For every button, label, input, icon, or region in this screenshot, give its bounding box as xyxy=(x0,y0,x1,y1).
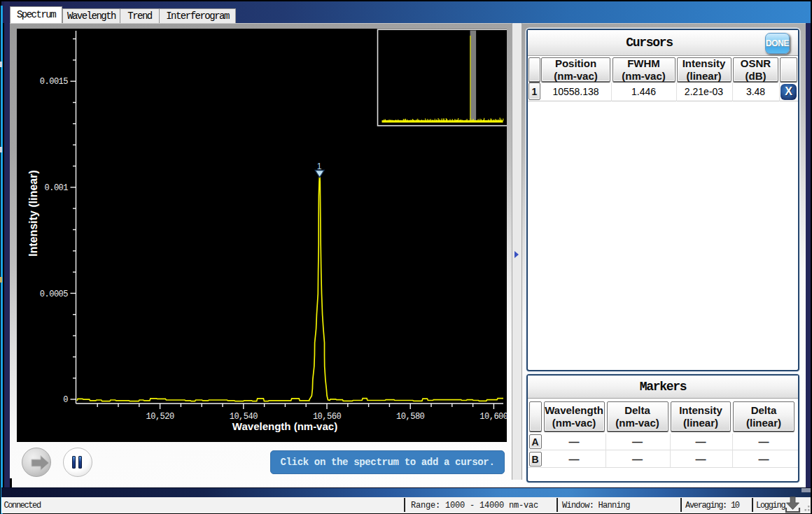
svg-text:Wavelength (nm-vac): Wavelength (nm-vac) xyxy=(232,420,337,432)
svg-text:0.0005: 0.0005 xyxy=(40,290,69,299)
svg-text:10,580: 10,580 xyxy=(396,412,425,422)
svg-text:Intensity (linear): Intensity (linear) xyxy=(27,170,39,257)
svg-text:0: 0 xyxy=(63,395,68,405)
svg-text:0.0015: 0.0015 xyxy=(40,77,69,87)
svg-text:0.001: 0.001 xyxy=(44,183,68,193)
svg-text:10,600: 10,600 xyxy=(479,412,507,422)
svg-text:1: 1 xyxy=(317,162,322,171)
svg-text:10,520: 10,520 xyxy=(146,412,174,422)
